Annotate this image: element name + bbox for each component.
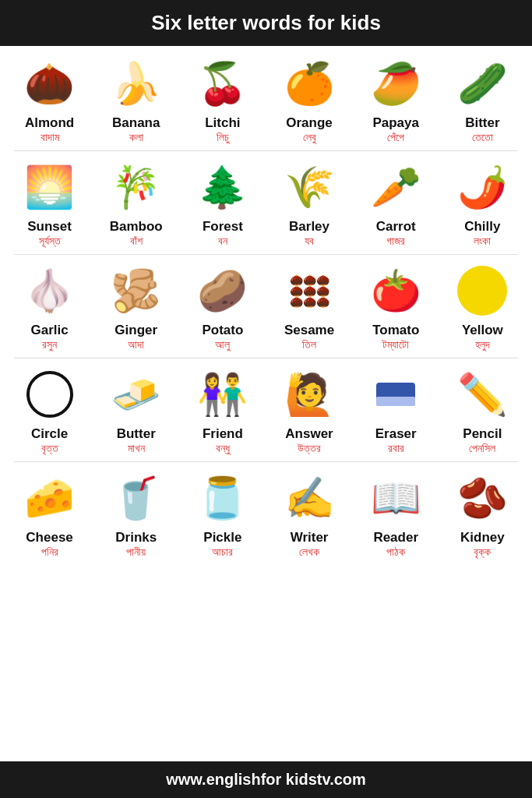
orange-image: 🍊	[278, 54, 340, 112]
circle-label-bn: বৃত্ত	[41, 442, 58, 455]
sesame-label-bn: তিল	[302, 338, 316, 351]
pencil-label-bn: পেনসিল	[469, 442, 495, 455]
item-almond: 🌰 Almond বাদাম	[11, 54, 89, 144]
litchi-image: 🍒	[192, 54, 254, 112]
bitter-label-bn: তেতো	[472, 131, 493, 144]
eraser-label-bn: রবার	[388, 442, 404, 455]
yellow-label-bn: হলুদ	[475, 338, 490, 351]
orange-label-en: Orange	[286, 115, 333, 131]
item-barley: 🌾 Barley যব	[270, 157, 348, 248]
kidney-label-en: Kidney	[460, 530, 505, 546]
answer-image: 🙋	[278, 365, 340, 423]
item-sesame: 🌰🌰🌰🌰🌰🌰🌰🌰🌰 Sesame তিল	[270, 261, 348, 351]
eraser-image	[365, 365, 427, 423]
drinks-label-bn: পানীয়	[126, 546, 146, 559]
item-papaya: 🥭 Papaya পেঁপে	[357, 54, 435, 144]
ginger-image: 🫚	[105, 261, 167, 320]
item-litchi: 🍒 Litchi লিচু	[184, 54, 262, 144]
svg-point-1	[28, 373, 72, 416]
writer-label-bn: লেখক	[299, 546, 319, 559]
item-banana: 🍌 Banana কলা	[97, 54, 175, 144]
circle-image	[19, 365, 81, 423]
carrot-label-bn: গাজর	[386, 235, 405, 248]
divider-4	[14, 461, 518, 462]
answer-label-en: Answer	[285, 426, 333, 442]
litchi-label-bn: লিচু	[217, 131, 229, 144]
chilly-label-en: Chilly	[464, 219, 500, 235]
item-tomato: 🍅 Tomato টম্যাটো	[357, 261, 435, 351]
potato-label-en: Potato	[202, 323, 243, 338]
tomato-label-bn: টম্যাটো	[382, 338, 409, 351]
header-title: Six letter words for kids	[151, 11, 381, 34]
cheese-label-en: Cheese	[26, 530, 72, 546]
almond-label-bn: বাদাম	[41, 131, 59, 144]
reader-label-en: Reader	[373, 530, 418, 546]
item-drinks: 🥤 Drinks পানীয়	[97, 468, 175, 559]
forest-image: 🌲	[192, 157, 254, 216]
bamboo-label-bn: বাঁশ	[130, 235, 143, 248]
item-friend: 👫 Friend বন্ধু	[184, 365, 262, 455]
divider-3	[14, 358, 518, 358]
answer-label-bn: উত্তর	[298, 442, 321, 455]
forest-label-en: Forest	[203, 219, 243, 235]
pickle-label-bn: আচার	[212, 546, 233, 559]
yellow-image	[451, 261, 513, 320]
item-orange: 🍊 Orange লেবু	[270, 54, 348, 144]
banana-label-en: Banana	[112, 115, 160, 131]
sesame-label-en: Sesame	[284, 323, 334, 338]
papaya-label-bn: পেঁপে	[387, 131, 404, 144]
circle-label-en: Circle	[31, 426, 68, 442]
item-reader: 📖 Reader পাঠক	[357, 468, 435, 559]
item-bamboo: 🎋 Bamboo বাঁশ	[97, 157, 175, 248]
pencil-label-en: Pencil	[463, 426, 502, 442]
carrot-image: 🥕	[365, 157, 427, 216]
butter-label-bn: মাখন	[128, 442, 145, 455]
bamboo-image: 🎋	[105, 157, 167, 216]
kidney-image: 🫘	[451, 468, 513, 527]
friend-image: 👫	[192, 365, 254, 423]
main-content: 🌰 Almond বাদাম 🍌 Banana কলা 🍒 Litchi লিচ…	[0, 46, 532, 761]
svg-point-0	[457, 266, 507, 316]
item-pencil: ✏️ Pencil পেনসিল	[443, 365, 521, 455]
orange-label-bn: লেবু	[303, 131, 316, 144]
potato-image: 🥔	[192, 261, 254, 320]
pencil-image: ✏️	[451, 365, 513, 423]
row-5: 🧀 Cheese পনির 🥤 Drinks পানীয় 🫙 Pickle আ…	[6, 468, 526, 559]
friend-label-bn: বন্ধু	[216, 442, 230, 455]
item-writer: ✍️ Writer লেখক	[270, 468, 348, 559]
item-eraser: Eraser রবার	[357, 365, 435, 455]
item-forest: 🌲 Forest বন	[184, 157, 262, 248]
pickle-image: 🫙	[192, 468, 254, 527]
item-ginger: 🫚 Ginger আদা	[97, 261, 175, 351]
ginger-label-en: Ginger	[115, 323, 157, 338]
barley-label-bn: যব	[305, 235, 314, 248]
item-garlic: 🧄 Garlic রসুন	[11, 261, 89, 351]
item-carrot: 🥕 Carrot গাজর	[357, 157, 435, 248]
yellow-label-en: Yellow	[462, 323, 503, 338]
item-sunset: 🌅 Sunset সূর্যস্ত	[11, 157, 89, 248]
bamboo-label-en: Bamboo	[110, 219, 163, 235]
barley-image: 🌾	[278, 157, 340, 216]
divider-1	[14, 150, 518, 151]
row-2: 🌅 Sunset সূর্যস্ত 🎋 Bamboo বাঁশ 🌲 Forest…	[6, 157, 526, 248]
item-chilly: 🌶️ Chilly লংকা	[443, 157, 521, 248]
item-yellow: Yellow হলুদ	[443, 261, 521, 351]
bitter-label-en: Bitter	[465, 115, 499, 131]
item-circle: Circle বৃত্ত	[11, 365, 89, 455]
row-4: Circle বৃত্ত 🧈 Butter মাখন 👫 Friend বন্ধ…	[6, 365, 526, 455]
writer-image: ✍️	[278, 468, 340, 527]
forest-label-bn: বন	[218, 235, 227, 248]
sunset-image: 🌅	[19, 157, 81, 216]
garlic-label-en: Garlic	[30, 323, 68, 338]
writer-label-en: Writer	[291, 530, 329, 546]
item-bitter: 🥒 Bitter তেতো	[443, 54, 521, 144]
tomato-label-en: Tomato	[372, 323, 419, 338]
item-pickle: 🫙 Pickle আচার	[184, 468, 262, 559]
bitter-image: 🥒	[451, 54, 513, 112]
item-answer: 🙋 Answer উত্তর	[270, 365, 348, 455]
sunset-label-bn: সূর্যস্ত	[39, 235, 61, 248]
litchi-label-en: Litchi	[205, 115, 240, 131]
tomato-image: 🍅	[365, 261, 427, 320]
footer-url: www.englishfor kidstv.com	[166, 771, 366, 788]
eraser-label-en: Eraser	[375, 426, 417, 442]
